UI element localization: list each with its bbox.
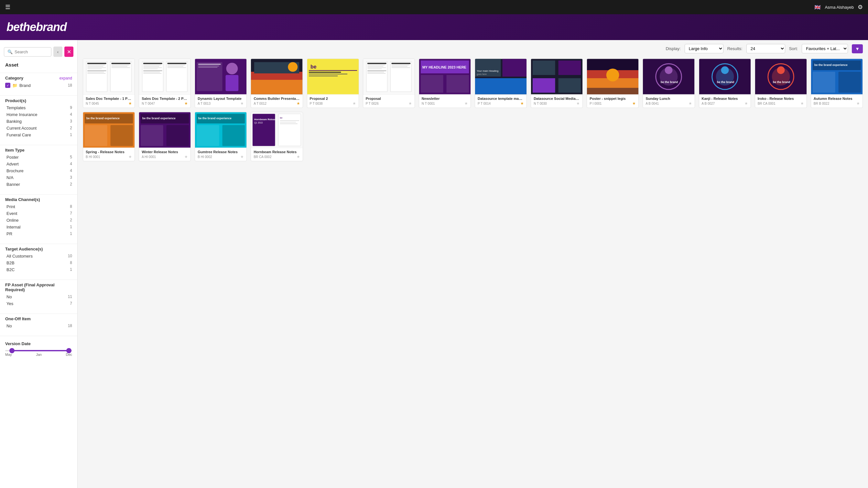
sort-select[interactable]: Favourites + Lat... <box>802 44 848 53</box>
star-icon[interactable]: ★ <box>800 101 804 106</box>
svg-rect-113 <box>166 125 189 146</box>
search-input-wrap[interactable]: 🔍 <box>4 47 52 57</box>
asset-card[interactable]: be the brand experience Winter Release N… <box>139 112 191 161</box>
star-icon[interactable]: ★ <box>297 155 300 159</box>
asset-grid: Sales Doc Template - 1 PageN T 0045★ Sal… <box>83 59 863 161</box>
star-icon[interactable]: ★ <box>240 101 244 106</box>
asset-code: BR CA 0001 <box>758 102 776 105</box>
product-templates[interactable]: Templates 9 <box>5 104 72 111</box>
one-off-no[interactable]: No 18 <box>5 323 72 329</box>
search-input[interactable] <box>14 50 48 54</box>
asset-card[interactable]: Sales Doc Template - 1 PageN T 0045★ <box>83 59 135 108</box>
asset-card[interactable]: MY HEADLINE 2023 HERE NewsletterN T 0001… <box>419 59 471 108</box>
brand-checkbox[interactable]: ✓ <box>5 83 10 88</box>
svg-rect-67 <box>446 75 469 93</box>
svg-point-82 <box>607 68 619 82</box>
filter-button[interactable]: ▼ <box>852 44 863 53</box>
media-internal-count: 1 <box>70 225 72 229</box>
asset-card[interactable]: be the brand Sunday LunchA B 0041★ <box>643 59 695 108</box>
sidebar: 🔍 ‹ ✕ Asset Category expand ✓ 📁 Brand 18 <box>0 40 78 488</box>
asset-card[interactable]: Dynamic Layout TemplateA T 0013★ <box>195 59 247 108</box>
item-type-poster[interactable]: Poster 5 <box>5 154 72 161</box>
media-event[interactable]: Event 7 <box>5 210 72 217</box>
product-current-account[interactable]: Current Account 2 <box>5 125 72 132</box>
asset-card[interactable]: be the brand experience Autumn Release N… <box>811 59 863 108</box>
star-icon[interactable]: ★ <box>352 101 356 106</box>
target-audience-header: Target Audience(s) <box>5 247 72 252</box>
star-icon[interactable]: ★ <box>856 101 860 106</box>
star-icon[interactable]: ★ <box>128 155 132 159</box>
asset-card[interactable]: be the brand Iroko - Release NotesBR CA … <box>755 59 807 108</box>
star-icon[interactable]: ★ <box>520 101 524 106</box>
asset-meta: N T 0030★ <box>534 101 580 106</box>
product-current-account-label: Current Account <box>5 126 36 131</box>
svg-rect-107 <box>85 125 107 146</box>
media-print-count: 8 <box>70 204 72 209</box>
sidebar-section-title: Asset <box>0 61 77 70</box>
star-icon[interactable]: ★ <box>184 155 188 159</box>
media-print[interactable]: Print 8 <box>5 203 72 210</box>
asset-card[interactable]: be the brand experience Spring - Release… <box>83 112 135 161</box>
products-label: Product(s) <box>5 98 26 103</box>
svg-rect-127 <box>280 124 298 124</box>
svg-text:be the brand experience: be the brand experience <box>142 117 176 120</box>
fp-yes[interactable]: Yes 7 <box>5 300 72 307</box>
asset-thumbnail <box>587 59 639 94</box>
product-banking-label: Banking <box>5 119 22 124</box>
star-icon[interactable]: ★ <box>408 101 412 106</box>
item-type-na[interactable]: N/A 3 <box>5 174 72 181</box>
svg-text:be the brand experience: be the brand experience <box>86 117 120 120</box>
version-date-slider[interactable] <box>5 350 72 351</box>
media-internal[interactable]: Internal 1 <box>5 224 72 230</box>
svg-rect-3 <box>87 65 105 65</box>
asset-card[interactable]: ProposalP T 0026★ <box>363 59 415 108</box>
results-select[interactable]: 24 <box>746 44 785 53</box>
asset-card[interactable]: Comms Builder PresentationA T 0012★ <box>251 59 303 108</box>
media-pr[interactable]: PR 1 <box>5 230 72 237</box>
category-item-brand[interactable]: ✓ 📁 Brand 18 <box>5 82 72 89</box>
star-icon[interactable]: ★ <box>464 101 468 106</box>
product-banking[interactable]: Banking 3 <box>5 118 72 125</box>
clear-button[interactable]: ✕ <box>64 46 73 57</box>
asset-card[interactable]: be the brand experience Gumtree Release … <box>195 112 247 161</box>
display-select[interactable]: Large Info <box>685 44 723 53</box>
hamburger-icon[interactable]: ☰ <box>5 4 10 11</box>
slider-thumb-right[interactable] <box>66 348 71 353</box>
svg-rect-21 <box>143 68 158 69</box>
item-type-brochure[interactable]: Brochure 4 <box>5 167 72 174</box>
star-icon[interactable]: ★ <box>240 155 244 159</box>
asset-card[interactable]: Poster - snippet legisP I 0001★ <box>587 59 639 108</box>
category-expand-link[interactable]: expand <box>60 76 72 80</box>
filter-group-item-type: Item Type Poster 5 Advert 4 Brochure 4 N… <box>0 148 77 192</box>
asset-card[interactable]: be Proposal 2P T 0038★ <box>307 59 359 108</box>
item-brochure-label: Brochure <box>5 168 24 173</box>
svg-rect-60 <box>391 65 409 65</box>
asset-card[interactable]: Your main Heading goes here Datasource t… <box>475 59 527 108</box>
star-icon[interactable]: ★ <box>297 101 300 106</box>
star-icon[interactable]: ★ <box>688 101 692 106</box>
media-online[interactable]: Online 2 <box>5 217 72 224</box>
asset-card[interactable]: be the brand Kanji - Release NotesA B 00… <box>699 59 751 108</box>
item-type-banner[interactable]: Banner 2 <box>5 181 72 188</box>
prev-button[interactable]: ‹ <box>53 46 62 57</box>
asset-card[interactable]: Datasource Social Media tenN T 0030★ <box>531 59 583 108</box>
asset-code: P T 0038 <box>310 102 323 105</box>
star-icon[interactable]: ★ <box>128 101 132 106</box>
star-icon[interactable]: ★ <box>744 101 748 106</box>
asset-card[interactable]: Sales Doc Template - 2 PageN T 0047★ <box>139 59 191 108</box>
star-icon[interactable]: ★ <box>632 101 636 106</box>
svg-text:be: be <box>280 117 283 119</box>
audience-all-customers[interactable]: All Customers 10 <box>5 253 72 260</box>
item-type-advert[interactable]: Advert 4 <box>5 161 72 167</box>
svg-text:be the brand experience: be the brand experience <box>198 117 231 120</box>
audience-b2c[interactable]: B2C 1 <box>5 266 72 273</box>
product-home-insurance[interactable]: Home Insurance 4 <box>5 111 72 118</box>
star-icon[interactable]: ★ <box>576 101 580 106</box>
fp-no[interactable]: No 11 <box>5 293 72 300</box>
audience-b2b[interactable]: B2B 8 <box>5 260 72 266</box>
star-icon[interactable]: ★ <box>184 101 188 106</box>
asset-card[interactable]: Hornbeam Release Notes Q1 2022 be Hornbe… <box>251 112 303 161</box>
slider-thumb-left[interactable] <box>9 348 14 353</box>
gear-icon[interactable]: ⚙ <box>858 4 863 11</box>
product-funeral-care[interactable]: Funeral Care 1 <box>5 132 72 138</box>
